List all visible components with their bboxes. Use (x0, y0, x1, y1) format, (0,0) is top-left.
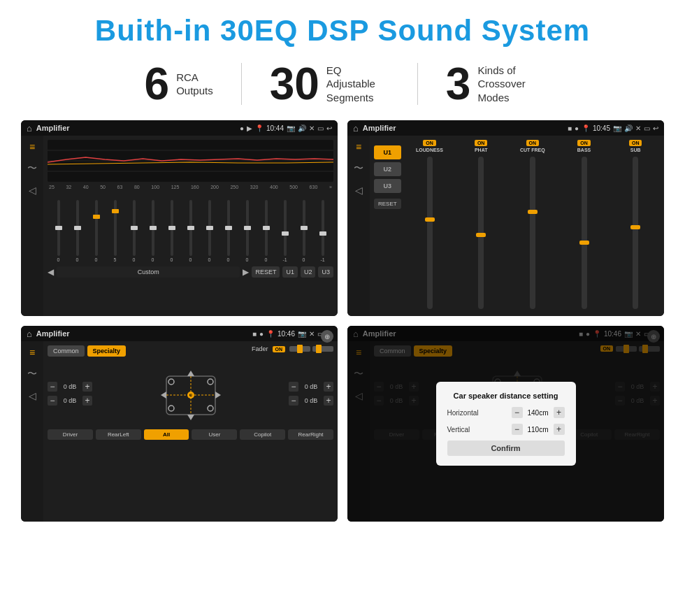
loudness-slider[interactable] (427, 157, 433, 309)
eq-thumb-11[interactable] (244, 226, 251, 230)
speaker-icon-3[interactable]: ◁ (29, 390, 36, 401)
horizontal-minus[interactable]: − (512, 407, 523, 418)
copilot-btn[interactable]: Copilot (240, 429, 285, 440)
confirm-button[interactable]: Confirm (447, 440, 565, 456)
eq-track-14[interactable] (303, 200, 305, 256)
eq-thumb-9[interactable] (206, 226, 213, 230)
bass-slider[interactable] (582, 157, 587, 309)
u1-btn-1[interactable]: U1 (282, 266, 298, 278)
home-icon-1[interactable]: ⌂ (27, 123, 32, 134)
speaker-icon-1[interactable]: ◁ (29, 185, 36, 196)
stat-eq-number: 30 (270, 62, 319, 106)
u3-inactive-btn[interactable]: U3 (374, 179, 401, 193)
back-icon-2[interactable]: ↩ (653, 124, 658, 132)
db-plus-3[interactable]: + (324, 382, 333, 392)
eq-track-12[interactable] (265, 200, 268, 256)
phat-thumb[interactable] (476, 233, 486, 237)
sub-thumb[interactable] (630, 225, 640, 229)
eq-val-7: 0 (171, 257, 173, 262)
next-btn[interactable]: ▶ (243, 267, 249, 277)
fader-thumb-1[interactable] (297, 345, 303, 353)
sidebar-3: ≡ 〜 ◁ (21, 341, 43, 522)
eq-thumb-10[interactable] (225, 226, 232, 230)
db-minus-2[interactable]: − (48, 396, 57, 406)
eq-thumb-8[interactable] (187, 226, 194, 230)
cutfreq-slider[interactable] (530, 157, 535, 309)
u2-inactive-btn[interactable]: U2 (374, 162, 401, 176)
rearleft-btn[interactable]: RearLeft (96, 429, 141, 440)
eq-thumb-7[interactable] (168, 226, 175, 230)
eq-icon-2[interactable]: ≡ (356, 141, 361, 152)
eq-track-8[interactable] (189, 200, 192, 256)
eq-thumb-6[interactable] (150, 226, 157, 230)
eq-track-10[interactable] (227, 200, 230, 256)
fader-h-2[interactable] (312, 346, 333, 352)
eq-track-4[interactable] (114, 200, 117, 256)
eq-icon-1[interactable]: ≡ (29, 141, 35, 152)
user-btn[interactable]: User (192, 429, 237, 440)
eq-track-2[interactable] (76, 200, 79, 256)
reset-btn-2[interactable]: RESET (374, 199, 401, 209)
speaker-icon-2[interactable]: ◁ (355, 185, 363, 196)
all-btn[interactable]: All (144, 429, 189, 440)
vertical-minus[interactable]: − (512, 424, 523, 435)
eq-val-2: 0 (76, 257, 79, 262)
eq-track-5[interactable] (133, 200, 136, 256)
db-controls-left: − 0 dB + − 0 dB + (48, 382, 92, 406)
horizontal-plus[interactable]: + (554, 407, 565, 418)
eq-thumb-14[interactable] (301, 226, 308, 230)
u1-active-btn[interactable]: U1 (374, 145, 401, 159)
freq-80: 80 (134, 185, 140, 189)
u2-btn-1[interactable]: U2 (301, 266, 316, 278)
eq-track-6[interactable] (152, 200, 154, 256)
bass-thumb[interactable] (579, 241, 589, 245)
eq-slider-1: 0 (49, 200, 68, 262)
eq-thumb-1[interactable] (55, 226, 62, 230)
db-minus-1[interactable]: − (48, 382, 57, 392)
custom-btn[interactable]: Custom (57, 266, 240, 278)
wave-icon-2[interactable]: 〜 (354, 162, 363, 175)
fader-thumb-2[interactable] (316, 345, 322, 353)
driver-btn[interactable]: Driver (48, 429, 93, 440)
loudness-thumb[interactable] (425, 217, 435, 222)
home-icon-2[interactable]: ⌂ (353, 123, 359, 134)
eq-track-1[interactable] (57, 200, 60, 256)
location-icon-3: 📍 (266, 330, 275, 338)
phat-slider[interactable] (478, 157, 484, 309)
eq-track-11[interactable] (246, 200, 249, 256)
eq-track-9[interactable] (208, 200, 211, 256)
wave-icon-1[interactable]: 〜 (27, 162, 37, 175)
eq-thumb-4[interactable] (112, 209, 119, 213)
eq-thumb-15[interactable] (319, 231, 326, 236)
db-minus-3[interactable]: − (289, 382, 298, 392)
rearright-btn[interactable]: RearRight (288, 429, 333, 440)
db-plus-4[interactable]: + (324, 396, 333, 406)
cutfreq-thumb[interactable] (528, 210, 538, 214)
u3-btn-1[interactable]: U3 (318, 266, 333, 278)
db-plus-2[interactable]: + (82, 396, 92, 406)
eq-thumb-2[interactable] (74, 226, 81, 230)
eq-track-7[interactable] (171, 200, 173, 256)
eq-track-3[interactable] (95, 200, 98, 256)
eq-track-13[interactable] (284, 200, 287, 256)
wave-icon-3[interactable]: 〜 (27, 368, 37, 380)
specialty-tab-3[interactable]: Specialty (87, 345, 127, 357)
common-tab-3[interactable]: Common (48, 345, 85, 357)
home-icon-3[interactable]: ⌂ (27, 329, 32, 339)
sub-slider[interactable] (633, 157, 638, 309)
db-plus-1[interactable]: + (82, 382, 92, 392)
reset-btn-1[interactable]: RESET (252, 266, 280, 278)
eq-thumb-13[interactable] (282, 231, 289, 236)
back-icon-1[interactable]: ↩ (326, 124, 332, 132)
eq-thumb-3[interactable] (93, 215, 100, 219)
eq-icon-3[interactable]: ≡ (29, 347, 35, 358)
fader-h-1[interactable] (289, 346, 310, 352)
db-minus-4[interactable]: − (289, 396, 298, 406)
status-icons-3: ■ ● 📍 10:46 📷 ✕ ▭ ↩ (252, 330, 332, 338)
vertical-plus[interactable]: + (554, 424, 565, 435)
expand-icon[interactable]: ⊕ (321, 330, 333, 343)
eq-thumb-12[interactable] (263, 226, 270, 230)
eq-thumb-5[interactable] (131, 226, 138, 230)
eq-track-15[interactable] (322, 200, 324, 256)
prev-btn[interactable]: ◀ (48, 267, 54, 277)
